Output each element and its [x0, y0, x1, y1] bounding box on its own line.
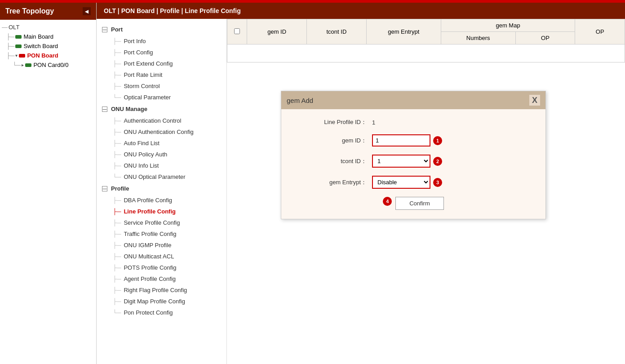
tree-item-main-board[interactable]: ├─ Main Board: [2, 32, 94, 41]
content-area: — Port ├─ Port Info ├─ Port Config ├─ Po…: [97, 19, 625, 364]
table-header-gem-map-op: OP: [515, 32, 575, 44]
nav-line: ├─: [113, 162, 121, 169]
right-panel: gem ID tcont ID gem Entrypt gem Map OP N…: [227, 19, 625, 364]
nav-item-right-flag-profile-config[interactable]: ├─ Right Flag Profile Config: [97, 284, 226, 296]
tree-item-pon-board[interactable]: ├─ ▾ PON Board: [2, 51, 94, 60]
nav-line: ├─: [113, 117, 121, 124]
tree-label-olt: OLT: [9, 24, 19, 31]
nav-line: ├─: [113, 298, 121, 305]
nav-item-service-profile-config[interactable]: ├─ Service Profile Config: [97, 217, 226, 228]
nav-item-auto-find-list[interactable]: ├─ Auto Find List: [97, 138, 226, 149]
nav-item-port-info[interactable]: ├─ Port Info: [97, 36, 226, 47]
step-1-circle: 1: [433, 136, 442, 145]
gem-id-input[interactable]: [372, 134, 430, 146]
nav-line: ├─: [113, 60, 121, 67]
nav-item-traffic-profile-config[interactable]: ├─ Traffic Profile Config: [97, 228, 226, 240]
table-empty-row: [227, 44, 625, 62]
tree-label-pon-board: PON Board: [27, 52, 58, 59]
left-nav: — Port ├─ Port Info ├─ Port Config ├─ Po…: [97, 19, 227, 364]
dialog-label-tcont-id: tcont ID：: [295, 157, 367, 165]
nav-line: ├─: [113, 71, 121, 78]
table-header-gem-map-numbers: Numbers: [441, 32, 515, 44]
nav-item-pots-profile-config[interactable]: ├─ POTS Profile Config: [97, 262, 226, 273]
sidebar-toggle[interactable]: ◀: [83, 7, 91, 15]
dialog-field-gem-entrypt: gem Entrypt： Disable Enable 3: [295, 176, 532, 189]
nav-item-onu-info-list[interactable]: ├─ ONU Info List: [97, 160, 226, 171]
sidebar-header[interactable]: Tree Topology ◀: [0, 3, 96, 20]
table-header-gem-id: gem ID: [247, 19, 307, 44]
dialog-label-gem-id: gem ID：: [295, 137, 367, 145]
nav-section-profile[interactable]: — Profile: [97, 182, 226, 195]
gem-table: gem ID tcont ID gem Entrypt gem Map OP N…: [227, 19, 625, 62]
switch-icon-main-board: [15, 35, 22, 39]
breadcrumb: OLT | PON Board | Profile | Line Profile…: [97, 3, 625, 19]
tree-item-olt[interactable]: — OLT: [2, 22, 94, 32]
table-header-op: OP: [575, 19, 625, 44]
switch-icon-pon-board: [19, 54, 25, 58]
nav-item-agent-profile-config[interactable]: ├─ Agent Profile Config: [97, 273, 226, 284]
tree-item-pon-card[interactable]: └─ ▸ PON Card0/0: [2, 60, 94, 70]
nav-item-onu-igmp-profile[interactable]: ├─ ONU IGMP Profile: [97, 240, 226, 251]
dialog-field-tcont-id: tcont ID： 1 2 3 2: [295, 155, 532, 168]
nav-item-pon-protect-config[interactable]: └─ Pon Protect Config: [97, 307, 226, 318]
nav-item-dba-profile-config[interactable]: ├─ DBA Profile Config: [97, 195, 226, 206]
main-content: OLT | PON Board | Profile | Line Profile…: [97, 3, 625, 364]
tree-line: —: [2, 24, 8, 31]
step-3-circle: 3: [433, 178, 442, 187]
gem-entrypt-select[interactable]: Disable Enable: [372, 176, 430, 189]
tree-item-switch-board[interactable]: ├─ Switch Board: [2, 41, 94, 51]
nav-item-onu-multicast-acl[interactable]: ├─ ONU Multicast ACL: [97, 251, 226, 262]
tree-label-pon-card: PON Card0/0: [33, 62, 68, 68]
switch-icon-pon-card: [25, 63, 31, 67]
expand-pon-card: ▸: [22, 62, 24, 67]
tree-label-main-board: Main Board: [23, 33, 53, 40]
tcont-id-select[interactable]: 1 2 3: [372, 155, 430, 168]
nav-line: ├─: [113, 197, 121, 204]
nav-line: └─: [113, 309, 121, 316]
tree-line: ├─: [6, 52, 14, 59]
nav-line: ├─: [113, 151, 121, 158]
nav-line: ├─: [113, 275, 121, 282]
nav-item-port-rate-limit[interactable]: ├─ Port Rate Limit: [97, 69, 226, 80]
nav-item-onu-policy-auth[interactable]: ├─ ONU Policy Auth: [97, 149, 226, 160]
nav-item-onu-optical-parameter[interactable]: └─ ONU Optical Parameter: [97, 171, 226, 182]
nav-line: ├─: [113, 264, 121, 271]
dialog-close-button[interactable]: X: [529, 95, 540, 106]
sidebar-title: Tree Topology: [5, 7, 54, 15]
select-all-checkbox[interactable]: [234, 28, 240, 34]
nav-section-onu-manage[interactable]: — ONU Manage: [97, 103, 226, 115]
nav-item-line-profile-config[interactable]: ├─ Line Profile Config: [97, 206, 226, 217]
nav-line: ├─: [113, 38, 121, 44]
nav-item-port-config[interactable]: ├─ Port Config: [97, 47, 226, 58]
nav-item-digit-map-profile-config[interactable]: ├─ Digit Map Profile Config: [97, 296, 226, 307]
nav-line: └─: [113, 94, 121, 101]
nav-line: ├─: [113, 231, 121, 237]
expand-pon-board: ▾: [15, 53, 18, 58]
tree-line: ├─: [6, 33, 14, 40]
dialog-title-bar: gem Add X: [281, 91, 545, 109]
table-header-checkbox: [227, 19, 247, 44]
switch-icon-switch-board: [15, 44, 22, 48]
nav-line: ├─: [113, 287, 121, 293]
nav-item-onu-auth-config[interactable]: ├─ ONU Authentication Config: [97, 126, 226, 138]
nav-line: ├─: [113, 49, 121, 56]
section-expand-profile: —: [102, 186, 107, 191]
dialog-value-line-profile-id: 1: [372, 119, 375, 126]
nav-item-port-extend-config[interactable]: ├─ Port Extend Config: [97, 58, 226, 69]
dialog-confirm-row: 4 Confirm: [295, 197, 532, 210]
nav-line: ├─: [113, 253, 121, 260]
nav-section-port-label: Port: [111, 26, 123, 33]
nav-line: ├─: [113, 208, 121, 215]
tree-label-switch-board: Switch Board: [23, 43, 58, 49]
step-4-circle: 4: [383, 197, 392, 206]
nav-item-storm-control[interactable]: ├─ Storm Control: [97, 80, 226, 92]
nav-item-optical-parameter[interactable]: └─ Optical Parameter: [97, 92, 226, 103]
dialog-body: Line Profile ID： 1 gem ID： 1 tcont ID：: [281, 109, 545, 219]
nav-section-port[interactable]: — Port: [97, 23, 226, 36]
table-header-tcont-id: tcont ID: [307, 19, 367, 44]
tree-line: ├─: [6, 43, 14, 49]
confirm-button[interactable]: Confirm: [395, 197, 444, 210]
table-header-gem-map-group: gem Map: [441, 19, 575, 32]
nav-section-onu-manage-label: ONU Manage: [111, 106, 147, 112]
nav-item-authentication-control[interactable]: ├─ Authentication Control: [97, 115, 226, 126]
